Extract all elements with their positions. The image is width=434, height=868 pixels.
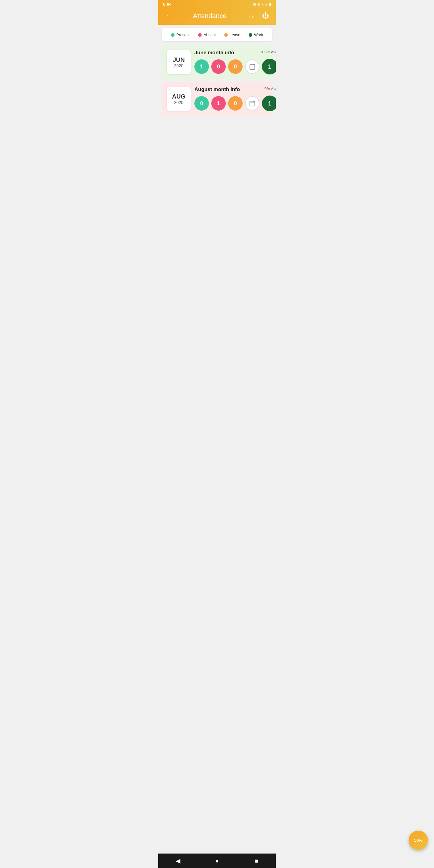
august-present-badge: 0: [194, 96, 209, 111]
june-abbr: JUN: [173, 56, 185, 63]
legend-leave: Leave: [224, 33, 240, 37]
august-info-header: August month info 0% Avg: [194, 87, 276, 93]
main-content: Present Absent Leave Work JUN 2020 June …: [158, 28, 276, 155]
status-icons: ▣ ◎ ▾ ▲ ▮: [253, 2, 271, 6]
ring-icon: ◎: [257, 2, 260, 6]
absent-dot: [198, 33, 202, 37]
august-work-badge: 1: [262, 96, 276, 111]
svg-rect-4: [250, 101, 255, 106]
signal-icon: ▲: [265, 2, 268, 6]
sim-icon: ▣: [253, 2, 256, 6]
svg-rect-0: [250, 64, 255, 70]
june-present-badge: 1: [194, 59, 209, 74]
legend-bar: Present Absent Leave Work: [162, 28, 272, 41]
august-absent-badge: 1: [211, 96, 226, 111]
june-leave-badge: 0: [228, 59, 243, 74]
wifi-icon: ▾: [261, 2, 264, 6]
legend-work: Work: [249, 33, 263, 37]
back-button[interactable]: ←: [163, 12, 174, 20]
present-label: Present: [176, 33, 190, 37]
august-avg: 0% Avg: [264, 87, 276, 91]
leave-dot: [224, 33, 228, 37]
august-month-card[interactable]: AUG 2020 August month info 0% Avg 0 1 0: [162, 82, 272, 116]
status-time: 6:04: [163, 2, 172, 7]
june-info-header: June month info 100% Avg: [194, 50, 276, 56]
june-month-box: JUN 2020: [167, 50, 191, 74]
work-dot: [249, 33, 252, 37]
app-header: ← Attendance ⌂ ⏻: [158, 8, 276, 25]
legend-present: Present: [171, 33, 190, 37]
june-circles: 1 0 0 1: [194, 59, 276, 74]
legend-absent: Absent: [198, 33, 216, 37]
june-calendar-icon[interactable]: [245, 59, 259, 74]
june-avg: 100% Avg: [260, 50, 276, 54]
june-year: 2020: [174, 63, 183, 68]
home-button[interactable]: ⌂: [246, 12, 256, 20]
status-bar: 6:04 ▣ ◎ ▾ ▲ ▮: [158, 0, 276, 8]
june-title: June month info: [194, 50, 234, 56]
august-info: August month info 0% Avg 0 1 0 1: [194, 87, 276, 111]
battery-icon: ▮: [269, 2, 271, 6]
page-title: Attendance: [174, 12, 246, 20]
june-info: June month info 100% Avg 1 0 0 1: [194, 50, 276, 74]
absent-label: Absent: [204, 33, 216, 37]
august-year: 2020: [174, 100, 183, 105]
june-absent-badge: 0: [211, 59, 226, 74]
august-abbr: AUG: [172, 93, 185, 100]
june-month-card[interactable]: JUN 2020 June month info 100% Avg 1 0 0: [162, 45, 272, 79]
august-calendar-icon[interactable]: [245, 96, 259, 111]
august-leave-badge: 0: [228, 96, 243, 111]
august-circles: 0 1 0 1: [194, 96, 276, 111]
june-work-badge: 1: [262, 59, 276, 74]
leave-label: Leave: [230, 33, 240, 37]
present-dot: [171, 33, 175, 37]
august-month-box: AUG 2020: [167, 87, 191, 111]
august-title: August month info: [194, 87, 240, 93]
power-button[interactable]: ⏻: [260, 12, 271, 20]
work-label: Work: [254, 33, 263, 37]
